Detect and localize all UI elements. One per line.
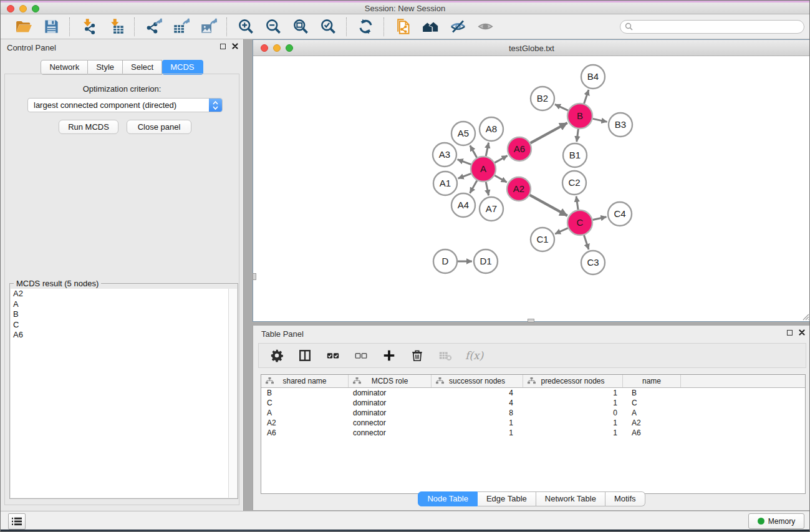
- table-cell[interactable]: 8: [432, 408, 523, 418]
- table-cell[interactable]: 1: [432, 428, 523, 438]
- table-cell[interactable]: C: [623, 398, 681, 408]
- table-cell[interactable]: A: [623, 408, 681, 418]
- close-panel-icon[interactable]: [799, 329, 805, 336]
- graph-node-D[interactable]: D: [433, 249, 457, 273]
- column-header-shared-name[interactable]: shared name: [261, 375, 349, 387]
- close-panel-icon[interactable]: [232, 43, 238, 49]
- cybrowser-home-icon[interactable]: [421, 17, 440, 36]
- graph-node-A6[interactable]: A6: [508, 137, 531, 161]
- edge-C-C1[interactable]: [555, 228, 568, 234]
- edge-B-B1[interactable]: [577, 129, 579, 142]
- table-cell[interactable]: connector: [349, 418, 432, 428]
- edge-A-A5[interactable]: [470, 145, 477, 158]
- tab-mcds[interactable]: MCDS: [162, 60, 203, 75]
- tab-network-table[interactable]: Network Table: [536, 491, 605, 506]
- table-cell[interactable]: connector: [349, 428, 432, 438]
- resize-grip-icon[interactable]: [801, 312, 809, 321]
- column-header-predecessor-nodes[interactable]: predecessor nodes: [523, 375, 623, 387]
- memory-button[interactable]: Memory: [748, 513, 804, 529]
- graph-node-A8[interactable]: A8: [480, 117, 503, 141]
- tab-style[interactable]: Style: [88, 60, 123, 75]
- run-mcds-button[interactable]: Run MCDS: [59, 120, 118, 134]
- table-cell[interactable]: 1: [523, 388, 623, 398]
- tab-select[interactable]: Select: [123, 60, 162, 75]
- edge-A6-B[interactable]: [531, 123, 567, 143]
- mcds-result-item[interactable]: A: [11, 299, 237, 310]
- edge-C-C2[interactable]: [576, 196, 578, 210]
- graph-node-A7[interactable]: A7: [480, 197, 503, 221]
- graph-node-A2[interactable]: A2: [507, 177, 531, 201]
- table-cell[interactable]: 4: [432, 398, 523, 408]
- graph-node-C3[interactable]: C3: [581, 251, 605, 274]
- column-header-MCDS-role[interactable]: MCDS role: [349, 375, 432, 387]
- network-from-selection-icon[interactable]: [393, 17, 412, 36]
- table-cell[interactable]: A2: [261, 418, 349, 428]
- deselect-all-icon[interactable]: [353, 347, 369, 364]
- export-image-icon[interactable]: [199, 17, 218, 36]
- edge-B-B4[interactable]: [584, 90, 589, 104]
- mcds-result-item[interactable]: C: [11, 320, 237, 331]
- table-cell[interactable]: A: [261, 408, 349, 418]
- table-cell[interactable]: 1: [523, 428, 623, 438]
- table-cell[interactable]: 4: [432, 388, 523, 398]
- table-cell[interactable]: dominator: [349, 408, 432, 418]
- splitter-handle[interactable]: [528, 319, 534, 322]
- graph-node-D1[interactable]: D1: [474, 249, 498, 273]
- graph-node-A5[interactable]: A5: [451, 122, 475, 145]
- scrollbar-track[interactable]: [228, 289, 237, 498]
- edge-C-C3[interactable]: [584, 235, 589, 249]
- edge-A-A7[interactable]: [486, 182, 488, 196]
- edge-A-A3[interactable]: [458, 160, 471, 165]
- graph-node-A[interactable]: A: [471, 157, 496, 181]
- import-table-icon[interactable]: [107, 17, 125, 36]
- refresh-layout-icon[interactable]: [356, 17, 375, 36]
- zoom-fit-icon[interactable]: [291, 17, 310, 36]
- edge-B-B3[interactable]: [593, 118, 607, 122]
- table-cell[interactable]: A6: [261, 428, 349, 438]
- tab-node-table[interactable]: Node Table: [418, 491, 478, 506]
- delete-column-icon[interactable]: [409, 347, 425, 364]
- show-view-eye-icon[interactable]: [476, 17, 494, 36]
- table-cell[interactable]: B: [261, 388, 349, 398]
- table-options-gear-icon[interactable]: [269, 347, 285, 364]
- add-column-icon[interactable]: [381, 347, 397, 364]
- save-session-icon[interactable]: [42, 17, 60, 36]
- column-header-name[interactable]: name: [623, 375, 681, 387]
- table-cell[interactable]: 1: [523, 418, 623, 428]
- table-cell[interactable]: dominator: [349, 398, 432, 408]
- import-network-icon[interactable]: [79, 17, 98, 36]
- edge-A-A4[interactable]: [470, 180, 477, 193]
- graph-node-A3[interactable]: A3: [433, 143, 456, 167]
- tab-network[interactable]: Network: [41, 60, 88, 75]
- task-history-button[interactable]: [8, 513, 26, 530]
- table-cell[interactable]: A6: [623, 428, 681, 438]
- edge-A-A6[interactable]: [494, 156, 507, 163]
- graph-node-B2[interactable]: B2: [531, 87, 554, 110]
- edge-A-A2[interactable]: [494, 175, 507, 182]
- graph-node-A1[interactable]: A1: [433, 172, 457, 195]
- export-table-icon[interactable]: [171, 17, 190, 36]
- close-panel-button[interactable]: Close panel: [127, 120, 191, 134]
- show-columns-icon[interactable]: [297, 347, 313, 364]
- table-cell[interactable]: C: [261, 398, 349, 408]
- splitter-handle[interactable]: [253, 273, 256, 280]
- table-cell[interactable]: 1: [523, 398, 623, 408]
- graph-node-C1[interactable]: C1: [531, 228, 554, 251]
- search-input[interactable]: [620, 20, 804, 34]
- optimization-criterion-select[interactable]: largest connected component (directed): [27, 98, 223, 112]
- open-file-icon[interactable]: [14, 17, 33, 36]
- table-cell[interactable]: 1: [432, 418, 523, 428]
- mcds-result-item[interactable]: A2: [11, 289, 237, 299]
- export-network-icon[interactable]: [144, 17, 163, 36]
- table-cell[interactable]: dominator: [349, 388, 432, 398]
- tab-edge-table[interactable]: Edge Table: [478, 491, 536, 506]
- graph-node-B3[interactable]: B3: [609, 113, 632, 137]
- hide-panel-eye-icon[interactable]: [448, 17, 467, 36]
- graph-node-B[interactable]: B: [567, 104, 592, 128]
- table-cell[interactable]: 0: [523, 408, 623, 418]
- column-header-successor-nodes[interactable]: successor nodes: [432, 375, 523, 387]
- graph-node-B1[interactable]: B1: [563, 143, 587, 167]
- edge-A-A8[interactable]: [486, 143, 488, 157]
- network-canvas[interactable]: AA1A2A3A4A5A6A7A8BB1B2B3B4CC1C2C3C4DD1: [254, 56, 809, 321]
- zoom-out-icon[interactable]: [264, 17, 282, 36]
